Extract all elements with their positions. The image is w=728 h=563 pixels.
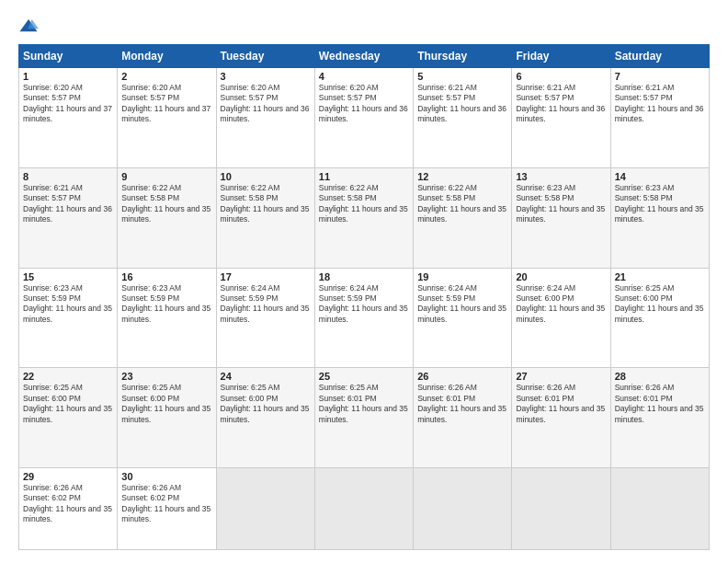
day-number: 14 — [615, 171, 705, 182]
day-number: 19 — [417, 271, 507, 282]
day-number: 2 — [121, 71, 211, 82]
calendar-cell — [216, 468, 314, 550]
day-info: Sunrise: 6:24 AM Sunset: 6:00 PM Dayligh… — [516, 283, 606, 326]
day-info: Sunrise: 6:25 AM Sunset: 6:01 PM Dayligh… — [319, 383, 409, 425]
page: SundayMondayTuesdayWednesdayThursdayFrid… — [0, 0, 728, 563]
calendar-cell: 24 Sunrise: 6:25 AM Sunset: 6:00 PM Dayl… — [216, 368, 314, 468]
day-info: Sunrise: 6:20 AM Sunset: 5:57 PM Dayligh… — [23, 83, 113, 125]
calendar-cell: 21 Sunrise: 6:25 AM Sunset: 6:00 PM Dayl… — [610, 268, 709, 368]
day-number: 18 — [319, 271, 409, 282]
day-number: 16 — [121, 271, 211, 282]
weekday-header: Wednesday — [314, 45, 413, 68]
day-number: 22 — [23, 371, 113, 382]
day-info: Sunrise: 6:24 AM Sunset: 5:59 PM Dayligh… — [319, 283, 409, 326]
calendar-row: 22 Sunrise: 6:25 AM Sunset: 6:00 PM Dayl… — [19, 368, 710, 468]
day-info: Sunrise: 6:23 AM Sunset: 5:59 PM Dayligh… — [23, 283, 113, 326]
day-number: 30 — [121, 471, 211, 482]
weekday-header: Friday — [512, 45, 610, 68]
day-number: 5 — [417, 71, 507, 82]
day-info: Sunrise: 6:21 AM Sunset: 5:57 PM Dayligh… — [516, 83, 606, 125]
weekday-header: Tuesday — [216, 45, 314, 68]
day-info: Sunrise: 6:22 AM Sunset: 5:58 PM Dayligh… — [319, 183, 409, 225]
calendar-cell: 5 Sunrise: 6:21 AM Sunset: 5:57 PM Dayli… — [414, 68, 512, 168]
day-info: Sunrise: 6:26 AM Sunset: 6:01 PM Dayligh… — [615, 383, 705, 425]
day-number: 27 — [516, 371, 606, 382]
calendar-cell: 17 Sunrise: 6:24 AM Sunset: 5:59 PM Dayl… — [216, 268, 314, 368]
calendar-cell: 14 Sunrise: 6:23 AM Sunset: 5:58 PM Dayl… — [610, 167, 709, 268]
calendar-cell: 19 Sunrise: 6:24 AM Sunset: 5:59 PM Dayl… — [414, 268, 512, 368]
day-number: 25 — [319, 371, 409, 382]
calendar-cell: 15 Sunrise: 6:23 AM Sunset: 5:59 PM Dayl… — [19, 268, 118, 368]
day-info: Sunrise: 6:23 AM Sunset: 5:59 PM Dayligh… — [121, 283, 211, 326]
day-number: 7 — [615, 71, 705, 82]
calendar-cell: 4 Sunrise: 6:20 AM Sunset: 5:57 PM Dayli… — [314, 68, 413, 168]
calendar-cell: 8 Sunrise: 6:21 AM Sunset: 5:57 PM Dayli… — [19, 167, 118, 268]
calendar-cell: 3 Sunrise: 6:20 AM Sunset: 5:57 PM Dayli… — [216, 68, 314, 168]
day-info: Sunrise: 6:26 AM Sunset: 6:01 PM Dayligh… — [516, 383, 606, 425]
calendar-cell: 28 Sunrise: 6:26 AM Sunset: 6:01 PM Dayl… — [610, 368, 709, 468]
calendar-cell: 22 Sunrise: 6:25 AM Sunset: 6:00 PM Dayl… — [19, 368, 118, 468]
calendar-body: 1 Sunrise: 6:20 AM Sunset: 5:57 PM Dayli… — [19, 68, 710, 550]
weekday-header: Thursday — [414, 45, 512, 68]
calendar-cell: 27 Sunrise: 6:26 AM Sunset: 6:01 PM Dayl… — [512, 368, 610, 468]
day-info: Sunrise: 6:25 AM Sunset: 6:00 PM Dayligh… — [121, 383, 211, 425]
weekday-header: Monday — [118, 45, 216, 68]
day-number: 24 — [221, 371, 311, 382]
calendar-row: 8 Sunrise: 6:21 AM Sunset: 5:57 PM Dayli… — [19, 167, 710, 268]
calendar-cell: 11 Sunrise: 6:22 AM Sunset: 5:58 PM Dayl… — [314, 167, 413, 268]
day-info: Sunrise: 6:22 AM Sunset: 5:58 PM Dayligh… — [417, 183, 507, 225]
day-info: Sunrise: 6:21 AM Sunset: 5:57 PM Dayligh… — [417, 83, 507, 125]
calendar-cell — [512, 468, 610, 550]
day-info: Sunrise: 6:26 AM Sunset: 6:01 PM Dayligh… — [417, 383, 507, 425]
day-info: Sunrise: 6:23 AM Sunset: 5:58 PM Dayligh… — [516, 183, 606, 225]
calendar-cell: 29 Sunrise: 6:26 AM Sunset: 6:02 PM Dayl… — [19, 468, 118, 550]
day-number: 17 — [221, 271, 311, 282]
logo-icon — [18, 17, 39, 37]
calendar-cell: 10 Sunrise: 6:22 AM Sunset: 5:58 PM Dayl… — [216, 167, 314, 268]
calendar-header: SundayMondayTuesdayWednesdayThursdayFrid… — [19, 45, 710, 68]
calendar-row: 29 Sunrise: 6:26 AM Sunset: 6:02 PM Dayl… — [19, 468, 710, 550]
day-info: Sunrise: 6:21 AM Sunset: 5:57 PM Dayligh… — [615, 83, 705, 125]
day-info: Sunrise: 6:26 AM Sunset: 6:02 PM Dayligh… — [23, 483, 113, 525]
weekday-header: Saturday — [610, 45, 709, 68]
day-number: 29 — [23, 471, 113, 482]
calendar-cell: 9 Sunrise: 6:22 AM Sunset: 5:58 PM Dayli… — [118, 167, 216, 268]
day-number: 1 — [23, 71, 113, 82]
logo — [18, 17, 42, 37]
day-number: 23 — [121, 371, 211, 382]
day-info: Sunrise: 6:20 AM Sunset: 5:57 PM Dayligh… — [121, 83, 211, 125]
day-info: Sunrise: 6:20 AM Sunset: 5:57 PM Dayligh… — [221, 83, 311, 125]
weekday-header: Sunday — [19, 45, 118, 68]
calendar-cell: 20 Sunrise: 6:24 AM Sunset: 6:00 PM Dayl… — [512, 268, 610, 368]
calendar-cell: 26 Sunrise: 6:26 AM Sunset: 6:01 PM Dayl… — [414, 368, 512, 468]
calendar-cell — [414, 468, 512, 550]
top-section — [18, 17, 710, 37]
calendar-row: 15 Sunrise: 6:23 AM Sunset: 5:59 PM Dayl… — [19, 268, 710, 368]
calendar-row: 1 Sunrise: 6:20 AM Sunset: 5:57 PM Dayli… — [19, 68, 710, 168]
day-number: 10 — [221, 171, 311, 182]
day-info: Sunrise: 6:23 AM Sunset: 5:58 PM Dayligh… — [615, 183, 705, 225]
calendar-cell: 25 Sunrise: 6:25 AM Sunset: 6:01 PM Dayl… — [314, 368, 413, 468]
day-info: Sunrise: 6:21 AM Sunset: 5:57 PM Dayligh… — [23, 183, 113, 225]
day-info: Sunrise: 6:22 AM Sunset: 5:58 PM Dayligh… — [221, 183, 311, 225]
calendar-cell — [314, 468, 413, 550]
day-info: Sunrise: 6:22 AM Sunset: 5:58 PM Dayligh… — [121, 183, 211, 225]
day-number: 15 — [23, 271, 113, 282]
day-number: 3 — [221, 71, 311, 82]
day-info: Sunrise: 6:24 AM Sunset: 5:59 PM Dayligh… — [221, 283, 311, 326]
day-info: Sunrise: 6:25 AM Sunset: 6:00 PM Dayligh… — [23, 383, 113, 425]
calendar-cell: 7 Sunrise: 6:21 AM Sunset: 5:57 PM Dayli… — [610, 68, 709, 168]
day-number: 6 — [516, 71, 606, 82]
calendar-cell: 23 Sunrise: 6:25 AM Sunset: 6:00 PM Dayl… — [118, 368, 216, 468]
calendar-cell: 1 Sunrise: 6:20 AM Sunset: 5:57 PM Dayli… — [19, 68, 118, 168]
day-info: Sunrise: 6:20 AM Sunset: 5:57 PM Dayligh… — [319, 83, 409, 125]
calendar-cell — [610, 468, 709, 550]
calendar-cell: 12 Sunrise: 6:22 AM Sunset: 5:58 PM Dayl… — [414, 167, 512, 268]
day-number: 11 — [319, 171, 409, 182]
day-number: 28 — [615, 371, 705, 382]
calendar-cell: 2 Sunrise: 6:20 AM Sunset: 5:57 PM Dayli… — [118, 68, 216, 168]
day-number: 13 — [516, 171, 606, 182]
day-info: Sunrise: 6:24 AM Sunset: 5:59 PM Dayligh… — [417, 283, 507, 326]
day-number: 20 — [516, 271, 606, 282]
day-info: Sunrise: 6:25 AM Sunset: 6:00 PM Dayligh… — [615, 283, 705, 326]
